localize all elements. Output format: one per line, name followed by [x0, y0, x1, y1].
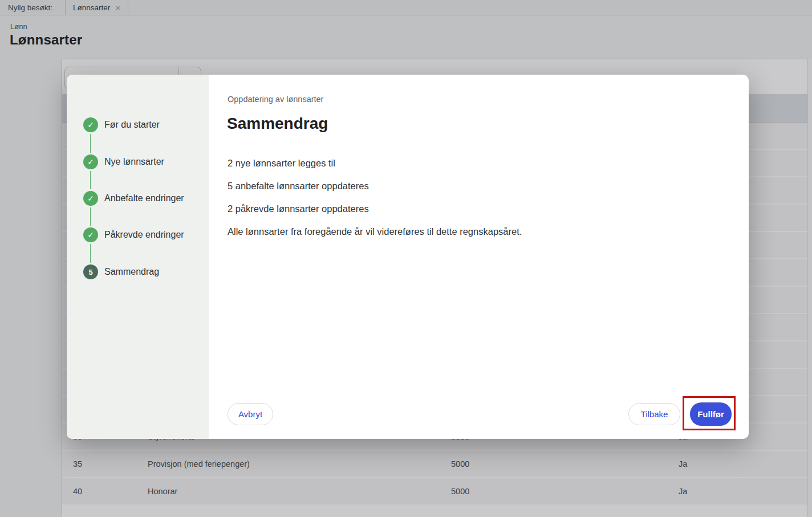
app-screen: Nylig besøkt: Lønnsarter × Lønn Lønnsart… [0, 0, 812, 517]
check-icon: ✓ [83, 154, 98, 169]
step-connector [90, 207, 91, 226]
step-label: Før du starter [104, 120, 160, 130]
step-label: Anbefalte endringer [104, 193, 184, 203]
back-button[interactable]: Tilbake [628, 403, 680, 425]
step-for-du-starter[interactable]: ✓ Før du starter [83, 117, 160, 132]
step-connector [90, 134, 91, 153]
step-pakrevde-endringer[interactable]: ✓ Påkrevde endringer [83, 227, 184, 242]
summary-line: 2 påkrevde lønnsarter oppdateres [228, 203, 522, 214]
summary-text: 2 nye lønnsarter legges til 5 anbefalte … [228, 158, 522, 249]
summary-line: 5 anbefalte lønnsarter oppdateres [228, 181, 522, 191]
summary-line: 2 nye lønnsarter legges til [228, 158, 522, 168]
modal-title: Sammendrag [227, 115, 328, 133]
step-number-badge: 5 [83, 264, 98, 279]
step-label: Påkrevde endringer [104, 230, 184, 240]
step-anbefalte-endringer[interactable]: ✓ Anbefalte endringer [83, 191, 184, 206]
wizard-stepper: ✓ Før du starter ✓ Nye lønnsarter ✓ Anbe… [67, 75, 209, 439]
modal-eyebrow: Oppdatering av lønnsarter [228, 95, 323, 104]
check-icon: ✓ [83, 191, 98, 206]
modal-content: Oppdatering av lønnsarter Sammendrag 2 n… [209, 75, 749, 439]
step-nye-lonnsarter[interactable]: ✓ Nye lønnsarter [83, 154, 164, 169]
check-icon: ✓ [83, 117, 98, 132]
cancel-button[interactable]: Avbryt [228, 403, 273, 425]
step-sammendrag[interactable]: 5 Sammendrag [83, 264, 159, 279]
step-connector [90, 244, 91, 263]
step-label: Nye lønnsarter [104, 157, 164, 167]
summary-line: Alle lønnsarter fra foregående år vil vi… [228, 226, 522, 237]
step-label: Sammendrag [104, 267, 159, 277]
finish-button[interactable]: Fullfør [690, 402, 732, 426]
check-icon: ✓ [83, 227, 98, 242]
step-connector [90, 171, 91, 189]
update-wizard-modal: ✓ Før du starter ✓ Nye lønnsarter ✓ Anbe… [67, 75, 749, 439]
